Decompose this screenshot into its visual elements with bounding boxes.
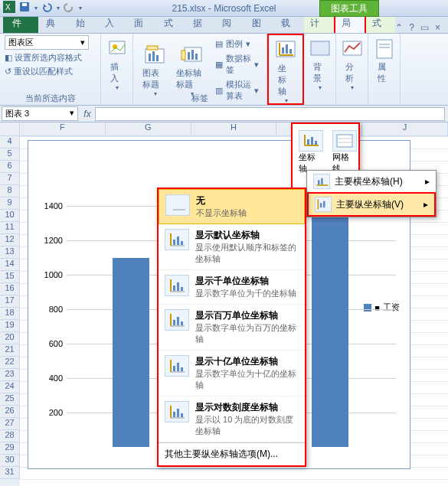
axis-option-item[interactable]: 显示对数刻度坐标轴显示以 10 为底的对数刻度坐标轴 <box>159 396 305 442</box>
redo-icon[interactable] <box>63 1 75 15</box>
svg-rect-55 <box>177 317 179 325</box>
row-header[interactable]: 11 <box>0 222 20 234</box>
svg-rect-15 <box>195 54 198 60</box>
reset-style-button[interactable]: ↺重设以匹配样式 <box>5 66 96 77</box>
row-header[interactable]: 27 <box>0 418 20 430</box>
col-header[interactable]: H <box>191 122 277 136</box>
properties-button[interactable]: 属性 <box>373 35 395 86</box>
row-header[interactable]: 21 <box>0 344 20 357</box>
undo-icon[interactable] <box>41 1 53 15</box>
window-title: 215.xlsx - Microsoft Excel <box>172 3 276 14</box>
window-restore-icon[interactable]: ▭ <box>420 22 429 33</box>
primary-horizontal-axis-item[interactable]: 主要横坐标轴(H)▸ <box>307 171 436 192</box>
row-header[interactable]: 23 <box>0 369 20 381</box>
col-header[interactable]: F <box>20 122 106 136</box>
primary-vertical-axis-item[interactable]: 主要纵坐标轴(V)▸ <box>307 192 436 217</box>
more-axis-options-item[interactable]: 其他主要纵坐标轴选项(M)... <box>159 442 305 465</box>
help-icon[interactable]: ? <box>409 22 414 33</box>
axis-button[interactable]: 坐标轴▾ <box>273 37 298 106</box>
row-header[interactable]: 30 <box>0 455 20 467</box>
row-header[interactable]: 13 <box>0 246 20 259</box>
row-header[interactable]: 31 <box>0 467 20 479</box>
row-headers: 4567891011121314151617181920212223242526… <box>0 122 20 486</box>
row-header[interactable]: 5 <box>0 148 20 161</box>
row-header[interactable]: 24 <box>0 381 20 393</box>
row-header[interactable]: 8 <box>0 185 20 197</box>
analysis-button[interactable]: 分析▾ <box>341 35 363 93</box>
row-header[interactable]: 19 <box>0 320 20 332</box>
window-close-icon[interactable]: × <box>435 22 440 33</box>
group-label-selection: 当前所选内容 <box>0 93 100 104</box>
svg-rect-59 <box>173 366 175 371</box>
axis-option-item[interactable]: 显示百万单位坐标轴显示数字单位为百万的坐标轴 <box>159 305 305 351</box>
svg-rect-24 <box>377 40 392 58</box>
svg-rect-32 <box>337 135 352 147</box>
help-icons: ⌃ ? ▭ × <box>395 22 448 33</box>
save-icon[interactable] <box>18 1 31 15</box>
row-header[interactable]: 22 <box>0 357 20 369</box>
background-button[interactable]: 背景▾ <box>309 35 331 93</box>
excel-icon: X <box>3 1 15 15</box>
row-header[interactable]: 17 <box>0 295 20 308</box>
minimize-ribbon-icon[interactable]: ⌃ <box>395 22 403 33</box>
svg-rect-7 <box>147 46 158 50</box>
svg-rect-40 <box>323 201 325 207</box>
data-labels-button[interactable]: ▦数据标签 ▾ <box>214 51 260 77</box>
chart-element-combo[interactable]: 图表区▾ <box>5 35 89 50</box>
row-header[interactable]: 20 <box>0 332 20 344</box>
svg-rect-29 <box>307 139 309 145</box>
format-selection-button[interactable]: ◧设置所选内容格式 <box>5 52 96 64</box>
row-header[interactable]: 18 <box>0 308 20 320</box>
svg-rect-56 <box>181 321 183 325</box>
insert-button[interactable]: 插入▾ <box>106 35 128 93</box>
axis-option-item[interactable]: 无不显示坐标轴 <box>159 189 305 224</box>
chart-legend[interactable]: ■工资 <box>364 302 400 313</box>
svg-rect-51 <box>181 287 183 291</box>
svg-rect-12 <box>181 51 185 60</box>
row-header[interactable]: 16 <box>0 283 20 295</box>
group-label-labels: 标签 <box>133 93 267 104</box>
row-header[interactable]: 4 <box>0 136 20 148</box>
svg-rect-60 <box>177 363 179 371</box>
row-header[interactable]: 10 <box>0 210 20 222</box>
formula-input[interactable] <box>95 107 445 121</box>
format-icon: ◧ <box>5 53 12 63</box>
svg-rect-54 <box>173 320 175 325</box>
row-header[interactable]: 14 <box>0 259 20 271</box>
row-header[interactable]: 7 <box>0 173 20 185</box>
svg-rect-46 <box>181 241 183 245</box>
chart-bar[interactable] <box>113 258 149 448</box>
row-header[interactable]: 28 <box>0 430 20 442</box>
col-header[interactable]: J <box>362 122 448 136</box>
chart-bar[interactable] <box>312 207 348 447</box>
row-header[interactable]: 6 <box>0 161 20 173</box>
axis-type-submenu: 主要横坐标轴(H)▸ 主要纵坐标轴(V)▸ <box>306 170 437 217</box>
row-header[interactable]: 9 <box>0 197 20 210</box>
svg-rect-3 <box>22 3 27 6</box>
svg-rect-37 <box>321 178 323 184</box>
axis-option-item[interactable]: 显示默认坐标轴显示使用默认顺序和标签的坐标轴 <box>159 224 305 270</box>
name-box[interactable]: 图表 3▾ <box>2 106 78 121</box>
title-bar: X ▾ ▾ ▾ 215.xlsx - Microsoft Excel 图表工具 <box>0 0 448 17</box>
formula-bar: 图表 3▾ fx <box>0 106 448 122</box>
row-header[interactable]: 25 <box>0 393 20 406</box>
quick-access-toolbar: X ▾ ▾ ▾ <box>3 1 82 15</box>
col-header[interactable]: G <box>106 122 191 136</box>
fx-icon[interactable]: fx <box>80 109 95 119</box>
svg-rect-65 <box>177 409 179 417</box>
vertical-axis-options-menu: 无不显示坐标轴显示默认坐标轴显示使用默认顺序和标签的坐标轴显示千单位坐标轴显示数… <box>157 188 306 467</box>
context-tab-chart-tools: 图表工具 <box>319 0 379 17</box>
row-header[interactable]: 12 <box>0 234 20 246</box>
row-header[interactable]: 15 <box>0 271 20 283</box>
svg-rect-50 <box>177 282 179 291</box>
row-header[interactable]: 29 <box>0 442 20 455</box>
legend-button[interactable]: ▤图例 ▾ <box>214 37 260 51</box>
svg-text:X: X <box>5 3 11 11</box>
svg-rect-31 <box>315 141 317 145</box>
axis-option-item[interactable]: 显示十亿单位坐标轴显示数字单位为十亿的坐标轴 <box>159 351 305 396</box>
svg-rect-61 <box>181 367 183 371</box>
svg-rect-9 <box>152 51 155 61</box>
axis-option-item[interactable]: 显示千单位坐标轴显示数字单位为千的坐标轴 <box>159 270 305 305</box>
row-header[interactable]: 26 <box>0 406 20 418</box>
svg-rect-30 <box>311 137 313 145</box>
